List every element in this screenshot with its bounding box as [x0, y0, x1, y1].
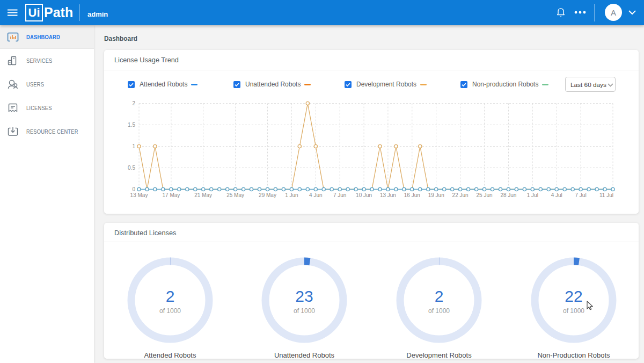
svg-text:16 Jun: 16 Jun — [404, 192, 420, 198]
svg-text:2: 2 — [132, 100, 135, 106]
svg-text:19 Jun: 19 Jun — [428, 192, 444, 198]
svg-text:13 Jun: 13 Jun — [380, 192, 396, 198]
svg-text:29 May: 29 May — [259, 192, 276, 198]
svg-text:1.5: 1.5 — [128, 122, 135, 128]
svg-text:13 May: 13 May — [130, 192, 148, 198]
svg-text:4 Jun: 4 Jun — [309, 192, 322, 198]
svg-text:1: 1 — [132, 143, 135, 149]
svg-text:7 Jun: 7 Jun — [333, 192, 346, 198]
svg-text:10 Jun: 10 Jun — [356, 192, 372, 198]
svg-text:0: 0 — [132, 186, 135, 192]
svg-text:25 Jun: 25 Jun — [476, 192, 492, 198]
svg-text:4 Jul: 4 Jul — [551, 192, 562, 198]
svg-text:1 Jul: 1 Jul — [527, 192, 538, 198]
svg-text:11 Jul: 11 Jul — [599, 192, 613, 198]
svg-text:1 Jun: 1 Jun — [285, 192, 298, 198]
svg-text:25 May: 25 May — [226, 192, 244, 198]
svg-text:7 Jul: 7 Jul — [575, 192, 587, 198]
svg-text:28 Jun: 28 Jun — [500, 192, 516, 198]
svg-text:0.5: 0.5 — [128, 165, 135, 171]
svg-text:22 Jun: 22 Jun — [452, 192, 469, 198]
svg-text:21 May: 21 May — [194, 192, 212, 198]
svg-text:17 May: 17 May — [163, 192, 180, 198]
